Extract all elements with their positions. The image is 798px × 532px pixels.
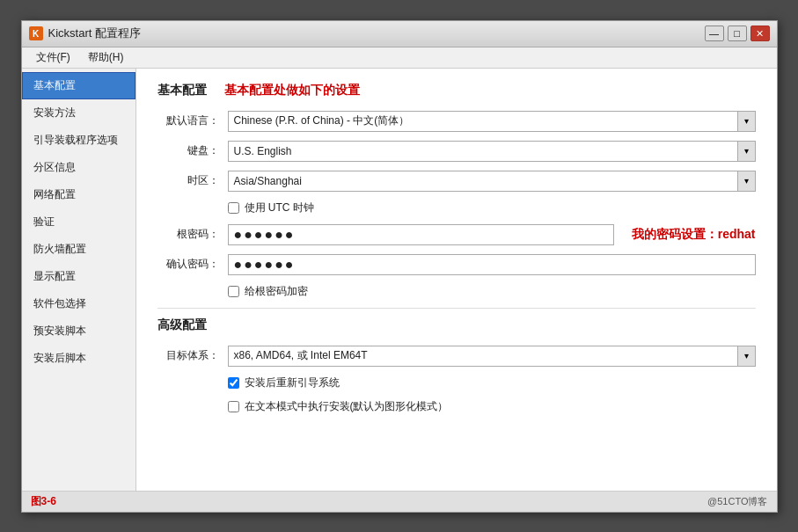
main-window: K Kickstart 配置程序 — □ ✕ 文件(F) 帮助(H) 基本配置 … xyxy=(21,20,778,513)
root-password-label: 根密码： xyxy=(157,227,228,242)
utc-checkbox-row: 使用 UTC 时钟 xyxy=(157,200,756,215)
reinstall-boot-label: 安装后重新引导系统 xyxy=(245,375,340,390)
sidebar-item-basic-config[interactable]: 基本配置 xyxy=(22,72,135,99)
encrypt-checkbox[interactable] xyxy=(228,286,239,297)
keyboard-dropdown-arrow[interactable]: ▾ xyxy=(737,142,755,161)
keyboard-value: U.S. English xyxy=(234,145,750,157)
language-dropdown-arrow[interactable]: ▾ xyxy=(737,112,755,131)
reinstall-boot-checkbox[interactable] xyxy=(228,377,239,389)
encrypt-checkbox-row: 给根密码加密 xyxy=(157,284,756,299)
root-password-row: 根密码： ●●●●●● 我的密码设置：redhat xyxy=(157,224,756,245)
target-system-label: 目标体系： xyxy=(157,348,228,363)
keyboard-dropdown[interactable]: U.S. English ▾ xyxy=(228,141,756,162)
confirm-password-field[interactable]: ●●●●●● xyxy=(228,254,756,275)
reinstall-boot-checkbox-row: 安装后重新引导系统 xyxy=(157,375,756,390)
content-area: 基本配置 安装方法 引导装载程序选项 分区信息 网络配置 验证 防火墙配置 显示… xyxy=(22,69,777,491)
bottom-bar: 图3-6 @51CTO博客 xyxy=(22,491,777,512)
target-system-row: 目标体系： x86, AMD64, 或 Intel EM64T ▾ xyxy=(157,346,756,367)
fig-label: 图3-6 xyxy=(31,494,56,509)
language-dropdown[interactable]: Chinese (P.R. of China) - 中文(简体） ▾ xyxy=(228,111,756,132)
menu-file[interactable]: 文件(F) xyxy=(29,48,77,67)
target-system-dropdown-arrow[interactable]: ▾ xyxy=(737,346,755,366)
root-password-field[interactable]: ●●●●●● xyxy=(228,224,614,245)
language-row: 默认语言： Chinese (P.R. of China) - 中文(简体） ▾ xyxy=(157,111,756,132)
menu-bar: 文件(F) 帮助(H) xyxy=(22,47,777,69)
language-label: 默认语言： xyxy=(157,113,228,128)
text-mode-checkbox[interactable] xyxy=(228,401,239,412)
confirm-password-row: 确认密码： ●●●●●● xyxy=(157,254,756,275)
timezone-value: Asia/Shanghai xyxy=(234,175,750,187)
sidebar: 基本配置 安装方法 引导装载程序选项 分区信息 网络配置 验证 防火墙配置 显示… xyxy=(22,69,136,491)
section-desc: 基本配置处做如下的设置 xyxy=(224,83,360,98)
target-system-dropdown[interactable]: x86, AMD64, 或 Intel EM64T ▾ xyxy=(228,346,756,367)
sidebar-item-packages[interactable]: 软件包选择 xyxy=(22,290,135,317)
timezone-row: 时区： Asia/Shanghai ▾ xyxy=(157,171,756,192)
advanced-section: 高级配置 目标体系： x86, AMD64, 或 Intel EM64T ▾ 安… xyxy=(157,317,756,414)
timezone-label: 时区： xyxy=(157,173,228,188)
timezone-dropdown[interactable]: Asia/Shanghai ▾ xyxy=(228,171,756,192)
encrypt-checkbox-label: 给根密码加密 xyxy=(245,284,308,299)
text-mode-checkbox-row: 在文本模式中执行安装(默认为图形化模式） xyxy=(157,399,756,414)
maximize-button[interactable]: □ xyxy=(728,26,747,41)
app-icon: K xyxy=(29,26,43,40)
sidebar-item-auth[interactable]: 验证 xyxy=(22,208,135,236)
sidebar-item-partition[interactable]: 分区信息 xyxy=(22,154,135,181)
sidebar-item-firewall[interactable]: 防火墙配置 xyxy=(22,236,135,263)
sidebar-item-network[interactable]: 网络配置 xyxy=(22,181,135,208)
main-content: 基本配置 基本配置处做如下的设置 默认语言： Chinese (P.R. of … xyxy=(136,69,777,491)
target-system-value: x86, AMD64, 或 Intel EM64T xyxy=(234,348,750,363)
keyboard-row: 键盘： U.S. English ▾ xyxy=(157,141,756,162)
window-title: Kickstart 配置程序 xyxy=(48,26,141,41)
text-mode-label: 在文本模式中执行安装(默认为图形化模式） xyxy=(245,399,449,414)
advanced-title: 高级配置 xyxy=(157,317,207,333)
divider xyxy=(157,308,756,309)
close-button[interactable]: ✕ xyxy=(750,26,770,41)
timezone-dropdown-arrow[interactable]: ▾ xyxy=(737,171,755,191)
sidebar-item-bootloader[interactable]: 引导装载程序选项 xyxy=(22,127,135,154)
keyboard-label: 键盘： xyxy=(157,143,228,158)
brand-label: @51CTO博客 xyxy=(707,495,767,508)
password-note: 我的密码设置：redhat xyxy=(632,227,756,243)
minimize-button[interactable]: — xyxy=(705,26,724,41)
title-buttons: — □ ✕ xyxy=(705,26,770,41)
title-bar: K Kickstart 配置程序 — □ ✕ xyxy=(22,21,777,47)
sidebar-item-post-script[interactable]: 安装后脚本 xyxy=(22,345,135,372)
title-bar-left: K Kickstart 配置程序 xyxy=(29,26,141,41)
confirm-password-label: 确认密码： xyxy=(157,257,228,272)
language-value: Chinese (P.R. of China) - 中文(简体） xyxy=(234,113,750,128)
section-title: 基本配置 xyxy=(157,83,207,98)
sidebar-item-install-method[interactable]: 安装方法 xyxy=(22,99,135,127)
sidebar-item-pre-script[interactable]: 预安装脚本 xyxy=(22,317,135,345)
utc-checkbox-label: 使用 UTC 时钟 xyxy=(245,200,314,215)
menu-help[interactable]: 帮助(H) xyxy=(81,48,131,67)
sidebar-item-display[interactable]: 显示配置 xyxy=(22,263,135,290)
section-header: 基本配置 基本配置处做如下的设置 xyxy=(157,83,756,98)
advanced-header: 高级配置 xyxy=(157,317,756,333)
utc-checkbox[interactable] xyxy=(228,202,239,214)
